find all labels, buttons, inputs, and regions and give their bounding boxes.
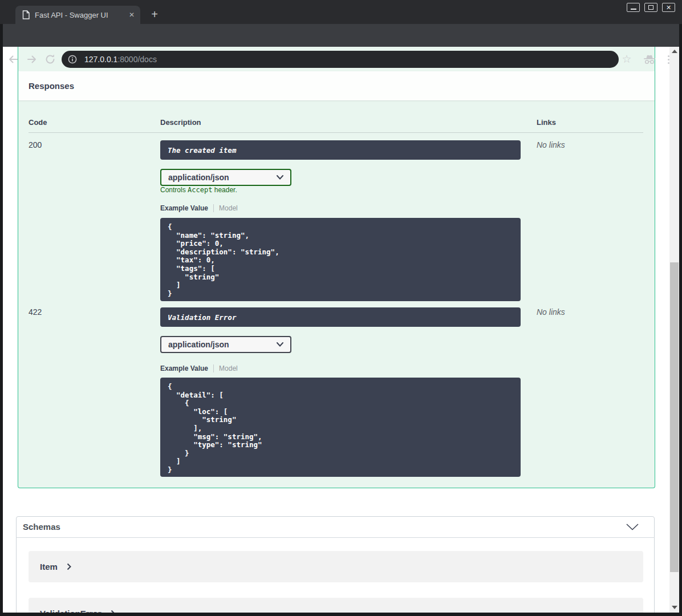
schemas-header[interactable]: Schemas xyxy=(16,516,655,538)
window-controls: ✕ xyxy=(627,3,675,12)
forward-icon[interactable] xyxy=(26,54,38,65)
url-text: 127.0.0.1:8000/docs xyxy=(84,55,157,64)
controls-accept-note: Controls Accept header. xyxy=(160,186,237,194)
responses-title: Responses xyxy=(29,81,74,91)
tab-close-icon[interactable]: ✕ xyxy=(129,11,135,19)
scrollbar-thumb[interactable] xyxy=(670,262,679,572)
response-code-200: 200 xyxy=(29,140,42,149)
example-json-422: { "detail": [ { "loc": [ "string" ], "ms… xyxy=(160,378,521,475)
close-button[interactable]: ✕ xyxy=(662,3,675,12)
chevron-down-icon xyxy=(277,175,283,180)
response-code-422: 422 xyxy=(29,307,42,317)
links-cell: No links xyxy=(537,140,565,149)
page-favicon-icon xyxy=(22,10,30,19)
example-json-block: { "name": "string", "price": 0, "descrip… xyxy=(160,218,521,301)
media-type-select[interactable]: application/json xyxy=(160,336,291,353)
close-icon: ✕ xyxy=(666,5,671,11)
tab-model[interactable]: Model xyxy=(219,364,238,372)
response-description-text: The created item xyxy=(168,146,236,155)
incognito-icon xyxy=(643,54,656,65)
scrollbar-down-arrow[interactable] xyxy=(672,606,677,609)
tab-divider xyxy=(213,364,214,372)
tab-model[interactable]: Model xyxy=(219,204,238,212)
tab-title: Fast API - Swagger UI xyxy=(35,11,125,19)
col-header-links: Links xyxy=(537,118,556,127)
tab-divider xyxy=(213,204,214,212)
chevron-down-icon xyxy=(277,342,283,347)
media-type-select[interactable]: application/json xyxy=(160,169,291,186)
new-tab-button[interactable]: + xyxy=(148,8,161,22)
chevron-down-icon[interactable] xyxy=(626,524,639,530)
maximize-icon xyxy=(648,5,653,10)
reload-icon[interactable] xyxy=(44,54,56,65)
browser-titlebar: Fast API - Swagger UI ✕ + ✕ xyxy=(0,0,682,24)
window-border xyxy=(0,613,682,616)
response-description-box: The created item xyxy=(160,140,521,160)
schemas-title: Schemas xyxy=(23,522,60,532)
example-json-block: { "detail": [ { "loc": [ "string" ], "ms… xyxy=(160,378,521,477)
table-header-divider xyxy=(29,132,643,133)
maximize-button[interactable] xyxy=(644,3,657,12)
schema-model-item[interactable]: Item xyxy=(29,551,643,582)
minimize-button[interactable] xyxy=(627,3,640,12)
example-model-tabs: Example Value Model xyxy=(160,204,238,213)
scrollbar-up-arrow[interactable] xyxy=(672,50,677,53)
minimize-icon xyxy=(631,9,636,10)
example-model-tabs: Example Value Model xyxy=(160,364,238,373)
responses-section-header: Responses xyxy=(18,71,655,100)
links-cell: No links xyxy=(537,307,565,317)
window-border xyxy=(679,24,682,616)
bookmark-star-icon[interactable]: ☆ xyxy=(621,53,632,66)
chevron-right-icon xyxy=(67,563,71,570)
back-icon[interactable] xyxy=(7,54,19,65)
window-border xyxy=(0,24,3,616)
url-bar[interactable]: 127.0.0.1:8000/docs xyxy=(62,51,619,68)
menu-kebab-icon[interactable] xyxy=(665,54,672,64)
info-icon[interactable] xyxy=(68,55,77,64)
example-json-200: { "name": "string", "price": 0, "descrip… xyxy=(160,218,521,298)
tab-example-value[interactable]: Example Value xyxy=(160,204,208,212)
browser-toolbar: 127.0.0.1:8000/docs ☆ xyxy=(0,24,682,47)
response-description-box: Validation Error xyxy=(160,307,521,327)
col-header-description: Description xyxy=(160,118,201,127)
tab-example-value[interactable]: Example Value xyxy=(160,364,208,372)
col-header-code: Code xyxy=(29,118,47,127)
response-description-text: Validation Error xyxy=(168,313,236,322)
browser-tab[interactable]: Fast API - Swagger UI ✕ xyxy=(15,6,140,24)
